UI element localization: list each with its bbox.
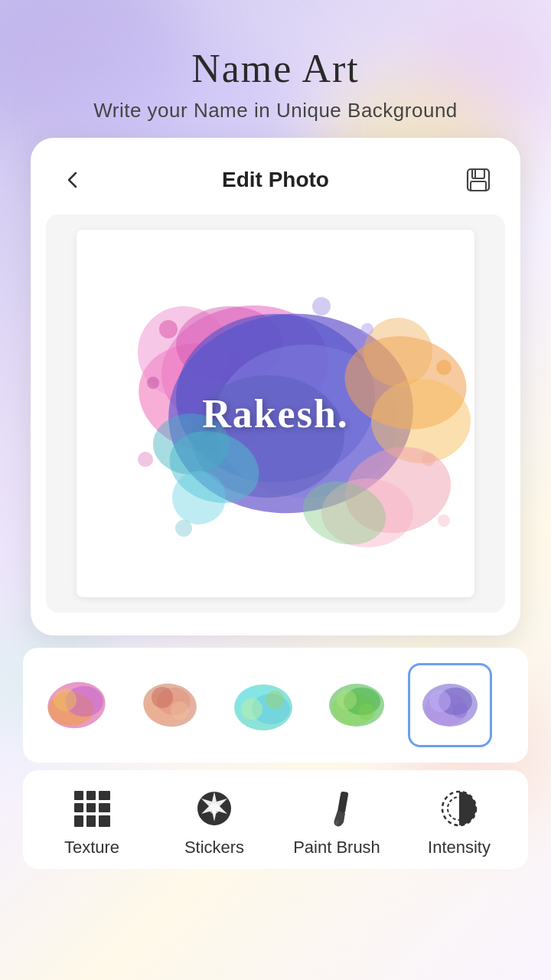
app-subtitle: Write your Name in Unique Background — [93, 99, 458, 122]
svg-point-25 — [175, 520, 192, 537]
svg-point-21 — [159, 320, 178, 338]
stickers-icon — [191, 786, 237, 831]
canvas-area: Rakesh. — [46, 214, 505, 612]
artwork-container: Rakesh. — [77, 230, 474, 597]
tool-stickers[interactable]: Stickers — [165, 786, 264, 858]
tool-intensity[interactable]: Intensity — [409, 786, 509, 858]
svg-point-22 — [147, 377, 159, 389]
style-item-1[interactable] — [34, 663, 119, 747]
svg-point-37 — [152, 687, 173, 708]
app-title: Name Art — [93, 46, 458, 91]
svg-point-26 — [361, 323, 373, 335]
paintbrush-icon — [314, 786, 360, 831]
svg-point-42 — [241, 698, 262, 720]
svg-rect-58 — [86, 803, 96, 812]
style-selector — [23, 648, 528, 763]
bottom-toolbar: Texture Stickers — [23, 770, 528, 869]
svg-point-48 — [358, 704, 375, 720]
texture-icon — [69, 786, 115, 831]
svg-rect-61 — [86, 815, 96, 827]
svg-rect-56 — [99, 791, 110, 800]
svg-point-14 — [172, 471, 226, 524]
svg-rect-1 — [472, 169, 484, 178]
app-header: Name Art Write your Name in Unique Backg… — [93, 0, 458, 122]
svg-rect-59 — [99, 803, 110, 812]
svg-rect-60 — [74, 815, 83, 827]
card-title: Edit Photo — [222, 168, 329, 192]
tool-texture[interactable]: Texture — [42, 786, 142, 858]
svg-point-28 — [138, 452, 153, 467]
paintbrush-label: Paint Brush — [293, 838, 380, 858]
svg-rect-62 — [99, 815, 110, 827]
intensity-label: Intensity — [428, 838, 491, 858]
svg-point-27 — [312, 297, 331, 315]
texture-label: Texture — [64, 838, 119, 858]
save-button[interactable] — [459, 161, 497, 199]
svg-point-52 — [429, 691, 451, 712]
svg-rect-54 — [74, 791, 83, 800]
style-item-4[interactable] — [315, 663, 399, 747]
svg-point-43 — [266, 691, 284, 709]
svg-rect-57 — [74, 803, 83, 812]
back-button[interactable] — [54, 161, 92, 199]
svg-point-24 — [422, 452, 435, 466]
artwork-name: Rakesh. — [202, 391, 349, 436]
svg-point-47 — [337, 690, 357, 710]
svg-rect-2 — [471, 181, 486, 191]
save-icon — [463, 165, 494, 195]
svg-point-38 — [171, 701, 189, 720]
style-item-3[interactable] — [221, 663, 305, 747]
style-item-2[interactable] — [128, 663, 212, 747]
svg-rect-65 — [337, 791, 348, 813]
svg-rect-55 — [86, 791, 96, 800]
svg-point-29 — [438, 514, 450, 527]
svg-point-33 — [54, 688, 77, 711]
svg-point-64 — [209, 803, 220, 814]
svg-point-53 — [452, 703, 468, 718]
card-header: Edit Photo — [46, 153, 505, 214]
back-arrow-icon — [62, 169, 83, 191]
intensity-icon — [436, 786, 482, 831]
main-card: Edit Photo — [31, 138, 520, 635]
style-item-5[interactable] — [408, 663, 492, 747]
svg-point-23 — [436, 360, 452, 375]
svg-point-17 — [364, 318, 432, 387]
tool-paintbrush[interactable]: Paint Brush — [287, 786, 386, 858]
stickers-label: Stickers — [184, 838, 244, 858]
